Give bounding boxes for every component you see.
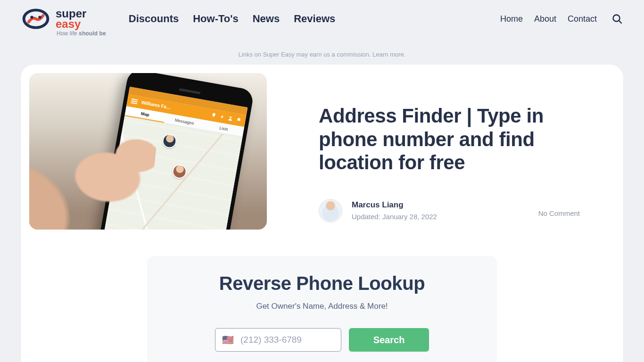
nav-home[interactable]: Home	[500, 14, 523, 24]
header-right: Home About Contact	[500, 13, 623, 25]
lookup-subtitle: Get Owner's Name, Address & More!	[157, 302, 487, 311]
nav-news[interactable]: News	[253, 13, 280, 25]
svg-line-4	[619, 21, 621, 23]
pin-icon	[210, 112, 217, 119]
lightning-icon	[219, 114, 225, 120]
comment-count[interactable]: No Comment	[538, 204, 580, 217]
bell-icon	[236, 116, 242, 123]
featured-image: Williams Fa… Map Messages Lists	[29, 73, 267, 230]
phone-number-input[interactable]	[240, 335, 334, 345]
phone-input-wrapper[interactable]: 🇺🇸	[215, 328, 341, 352]
svg-point-1	[30, 16, 33, 18]
brand-word2: easy	[56, 19, 86, 29]
nav-discounts[interactable]: Discounts	[129, 13, 179, 25]
author-meta: Marcus Liang Updated: January 28, 2022	[352, 200, 437, 221]
brand-block: super easy How life should be	[21, 8, 106, 37]
search-button[interactable]	[611, 13, 623, 25]
author-avatar[interactable]	[319, 199, 342, 222]
lookup-title: Reverse Phone Lookup	[157, 273, 487, 294]
article-header-text: Address Finder | Type in phone number an…	[319, 73, 615, 222]
supereasy-logo-icon	[21, 8, 51, 29]
lookup-form: 🇺🇸 Search	[157, 328, 487, 352]
primary-nav: Discounts How-To's News Reviews	[129, 13, 335, 25]
article-hero: Williams Fa… Map Messages Lists	[29, 73, 615, 230]
affiliate-disclosure: Links on Super Easy may earn us a commis…	[0, 51, 644, 58]
nav-about[interactable]: About	[534, 14, 556, 24]
nav-contact[interactable]: Contact	[568, 14, 597, 24]
site-header: super easy How life should be Discounts …	[0, 0, 644, 41]
secondary-nav: Home About Contact	[500, 14, 597, 24]
brand-logo[interactable]: super easy	[21, 8, 86, 29]
svg-point-5	[230, 116, 232, 119]
author-name[interactable]: Marcus Liang	[352, 200, 437, 210]
us-flag-icon[interactable]: 🇺🇸	[222, 335, 234, 345]
svg-point-2	[38, 16, 41, 18]
reverse-lookup-widget: Reverse Phone Lookup Get Owner's Name, A…	[147, 256, 497, 362]
article-title: Address Finder | Type in phone number an…	[319, 104, 580, 174]
article-updated: Updated: January 28, 2022	[352, 213, 437, 221]
person-icon	[227, 115, 234, 122]
article-byline: Marcus Liang Updated: January 28, 2022 N…	[319, 199, 580, 222]
disclosure-learn-more[interactable]: Learn more.	[372, 51, 405, 58]
search-icon	[611, 13, 623, 25]
hand-illustration	[29, 117, 158, 230]
brand-tagline: How life should be	[57, 30, 106, 37]
brand-wordmark: super easy	[56, 8, 86, 29]
hamburger-icon	[131, 99, 138, 104]
article-card: Williams Fa… Map Messages Lists	[21, 65, 623, 362]
lookup-search-button[interactable]: Search	[349, 328, 429, 352]
nav-reviews[interactable]: Reviews	[294, 13, 335, 25]
nav-howtos[interactable]: How-To's	[193, 13, 238, 25]
phone-appbar-title: Williams Fa…	[141, 100, 172, 111]
disclosure-text: Links on Super Easy may earn us a commis…	[239, 51, 373, 58]
